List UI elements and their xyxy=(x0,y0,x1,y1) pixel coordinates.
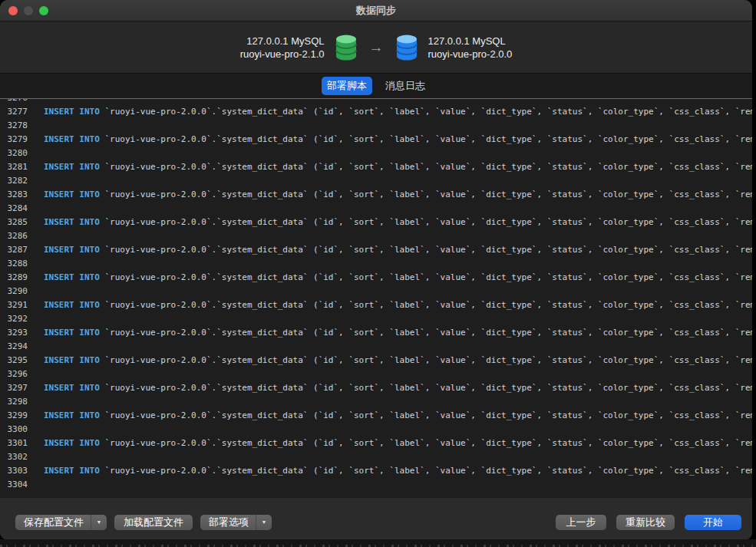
load-config-button[interactable]: 加载配置文件 xyxy=(114,515,193,530)
save-config-button[interactable]: 保存配置文件 ▼ xyxy=(15,515,107,530)
line-number: 3279 xyxy=(0,133,28,147)
deploy-options-dropdown-arrow-icon[interactable]: ▼ xyxy=(256,515,272,530)
sql-keyword: INSERT INTO xyxy=(44,383,100,393)
tab-deploy-script[interactable]: 部署脚本 xyxy=(322,77,372,95)
sql-keyword: INSERT INTO xyxy=(44,245,100,255)
sql-statement: INSERT INTO `ruoyi-vue-pro-2.0.0`.`syste… xyxy=(44,437,752,450)
code-line: 3281INSERT INTO `ruoyi-vue-pro-2.0.0`.`s… xyxy=(0,160,752,174)
code-line: 3277INSERT INTO `ruoyi-vue-pro-2.0.0`.`s… xyxy=(0,105,752,119)
code-line: 3302 xyxy=(0,450,752,464)
line-number: 3293 xyxy=(0,326,28,340)
line-number: 3286 xyxy=(0,229,28,243)
line-number: 3298 xyxy=(0,395,28,409)
code-line: 3286 xyxy=(0,229,752,243)
sql-statement: INSERT INTO `ruoyi-vue-pro-2.0.0`.`syste… xyxy=(44,188,752,202)
sql-keyword: INSERT INTO xyxy=(44,134,100,144)
code-line: 3293INSERT INTO `ruoyi-vue-pro-2.0.0`.`s… xyxy=(0,326,752,340)
line-number: 3288 xyxy=(0,257,28,271)
recompare-button[interactable]: 重新比较 xyxy=(616,515,675,530)
sync-direction-arrow-icon: → xyxy=(368,39,385,56)
deploy-options-button[interactable]: 部署选项 ▼ xyxy=(200,515,272,530)
line-number: 3276 xyxy=(0,99,28,105)
code-line: 3292 xyxy=(0,312,752,326)
code-line: 3289INSERT INTO `ruoyi-vue-pro-2.0.0`.`s… xyxy=(0,271,752,285)
window-title: 数据同步 xyxy=(0,4,752,18)
line-number: 3300 xyxy=(0,423,28,437)
bottom-toolbar: 保存配置文件 ▼ 加载配置文件 部署选项 ▼ 上一步 重新比较 开始 xyxy=(0,498,752,540)
title-bar: 数据同步 xyxy=(0,0,752,21)
sql-keyword: INSERT INTO xyxy=(44,217,100,227)
line-number: 3301 xyxy=(0,437,28,450)
code-line: 3299INSERT INTO `ruoyi-vue-pro-2.0.0`.`s… xyxy=(0,409,752,423)
line-number: 3277 xyxy=(0,105,28,119)
sql-keyword: INSERT INTO xyxy=(44,162,100,172)
sql-keyword: INSERT INTO xyxy=(44,328,100,338)
deploy-options-label[interactable]: 部署选项 xyxy=(200,515,256,530)
sql-statement: INSERT INTO `ruoyi-vue-pro-2.0.0`.`syste… xyxy=(44,271,752,285)
code-line: 3290 xyxy=(0,285,752,298)
sql-keyword: INSERT INTO xyxy=(44,107,100,117)
code-line: 3288 xyxy=(0,257,752,271)
line-number: 3294 xyxy=(0,340,28,354)
zoom-button[interactable] xyxy=(39,6,48,15)
line-number: 3287 xyxy=(0,243,28,257)
code-line: 3294 xyxy=(0,340,752,354)
line-number: 3278 xyxy=(0,119,28,133)
sql-keyword: INSERT INTO xyxy=(44,300,100,310)
save-config-label[interactable]: 保存配置文件 xyxy=(15,515,91,530)
target-database: ruoyi-vue-pro-2.0.0 xyxy=(428,48,513,61)
line-number: 3292 xyxy=(0,312,28,326)
previous-step-button[interactable]: 上一步 xyxy=(556,515,606,530)
line-number: 3296 xyxy=(0,367,28,381)
sql-keyword: INSERT INTO xyxy=(44,410,100,420)
code-line: 3303INSERT INTO `ruoyi-vue-pro-2.0.0`.`s… xyxy=(0,464,752,478)
database-icon-blue xyxy=(395,35,418,61)
sql-keyword: INSERT INTO xyxy=(44,272,100,282)
sql-statement: INSERT INTO `ruoyi-vue-pro-2.0.0`.`syste… xyxy=(44,243,752,257)
source-database: ruoyi-vue-pro-2.1.0 xyxy=(240,48,325,61)
sql-editor[interactable]: 32763277INSERT INTO `ruoyi-vue-pro-2.0.0… xyxy=(0,99,752,498)
sql-statement: INSERT INTO `ruoyi-vue-pro-2.0.0`.`syste… xyxy=(44,464,752,478)
target-host: 127.0.0.1 MySQL xyxy=(428,35,513,48)
app-window: 数据同步 127.0.0.1 MySQL ruoyi-vue-pro-2.1.0… xyxy=(0,0,752,540)
start-button[interactable]: 开始 xyxy=(685,515,741,530)
sql-statement: INSERT INTO `ruoyi-vue-pro-2.0.0`.`syste… xyxy=(44,409,752,423)
code-lines: 32763277INSERT INTO `ruoyi-vue-pro-2.0.0… xyxy=(0,99,752,492)
line-number: 3304 xyxy=(0,478,28,492)
line-number: 3283 xyxy=(0,188,28,202)
code-line: 3283INSERT INTO `ruoyi-vue-pro-2.0.0`.`s… xyxy=(0,188,752,202)
wizard-actions: 上一步 重新比较 开始 xyxy=(556,515,741,530)
sql-statement: INSERT INTO `ruoyi-vue-pro-2.0.0`.`syste… xyxy=(44,381,752,395)
code-line: 3280 xyxy=(0,147,752,160)
code-line: 3282 xyxy=(0,174,752,188)
save-config-dropdown-arrow-icon[interactable]: ▼ xyxy=(91,515,107,530)
sql-statement: INSERT INTO `ruoyi-vue-pro-2.0.0`.`syste… xyxy=(44,216,752,229)
close-button[interactable] xyxy=(8,6,18,15)
tab-bar: 部署脚本 消息日志 xyxy=(0,74,752,99)
sql-statement: INSERT INTO `ruoyi-vue-pro-2.0.0`.`syste… xyxy=(44,133,752,147)
line-number: 3285 xyxy=(0,216,28,229)
line-number: 3289 xyxy=(0,271,28,285)
sql-statement: INSERT INTO `ruoyi-vue-pro-2.0.0`.`syste… xyxy=(44,354,752,367)
line-number: 3302 xyxy=(0,450,28,464)
code-line: 3295INSERT INTO `ruoyi-vue-pro-2.0.0`.`s… xyxy=(0,354,752,367)
line-number: 3303 xyxy=(0,464,28,478)
line-number: 3281 xyxy=(0,160,28,174)
code-line: 3285INSERT INTO `ruoyi-vue-pro-2.0.0`.`s… xyxy=(0,216,752,229)
sql-statement: INSERT INTO `ruoyi-vue-pro-2.0.0`.`syste… xyxy=(44,326,752,340)
code-line: 3291INSERT INTO `ruoyi-vue-pro-2.0.0`.`s… xyxy=(0,298,752,312)
code-line: 3298 xyxy=(0,395,752,409)
background-window-sliver xyxy=(0,539,756,547)
connection-header: 127.0.0.1 MySQL ruoyi-vue-pro-2.1.0 → 12… xyxy=(0,21,752,74)
line-number: 3299 xyxy=(0,409,28,423)
code-line: 3279INSERT INTO `ruoyi-vue-pro-2.0.0`.`s… xyxy=(0,133,752,147)
line-number: 3280 xyxy=(0,147,28,160)
sql-statement: INSERT INTO `ruoyi-vue-pro-2.0.0`.`syste… xyxy=(44,105,752,119)
tab-message-log[interactable]: 消息日志 xyxy=(380,77,431,95)
minimize-button[interactable] xyxy=(24,6,33,15)
target-connection-label: 127.0.0.1 MySQL ruoyi-vue-pro-2.0.0 xyxy=(428,35,513,61)
line-number: 3290 xyxy=(0,285,28,298)
database-icon-green xyxy=(335,35,358,61)
sql-keyword: INSERT INTO xyxy=(44,438,100,448)
sql-keyword: INSERT INTO xyxy=(44,466,100,476)
